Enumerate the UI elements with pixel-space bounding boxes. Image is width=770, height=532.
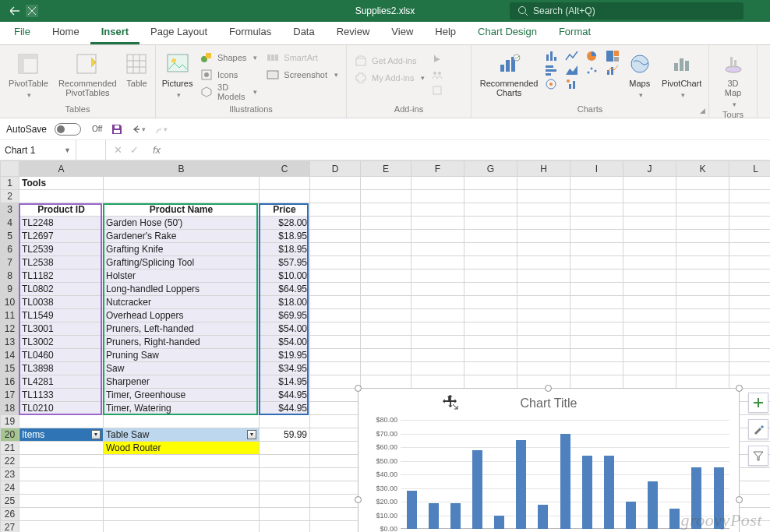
screenshot-button[interactable]: Screenshot▾ bbox=[263, 67, 341, 83]
recommended-charts-button[interactable]: Recommended Charts bbox=[476, 50, 542, 97]
cell[interactable] bbox=[729, 270, 771, 283]
cell[interactable] bbox=[310, 349, 361, 362]
cell[interactable] bbox=[676, 296, 729, 309]
pivotchart-button[interactable]: PivotChart▾ bbox=[659, 50, 704, 100]
row-header[interactable]: 4 bbox=[1, 217, 19, 230]
cell[interactable] bbox=[104, 521, 260, 533]
col-header[interactable]: B bbox=[104, 161, 260, 177]
cell[interactable] bbox=[517, 375, 570, 389]
maps-button[interactable]: Maps▾ bbox=[623, 50, 656, 100]
cell[interactable] bbox=[19, 508, 104, 521]
cell[interactable] bbox=[729, 322, 771, 336]
cell[interactable] bbox=[676, 203, 729, 217]
cell[interactable] bbox=[676, 256, 729, 270]
cell[interactable]: Pruning Saw bbox=[104, 349, 260, 362]
cell[interactable] bbox=[310, 455, 361, 468]
cell[interactable] bbox=[570, 362, 623, 375]
cell[interactable] bbox=[464, 375, 517, 389]
chart-bar[interactable] bbox=[626, 502, 636, 529]
cell[interactable] bbox=[260, 455, 310, 468]
icons-button[interactable]: Icons bbox=[197, 67, 260, 83]
row-header[interactable]: 5 bbox=[1, 230, 19, 243]
cell[interactable] bbox=[729, 283, 771, 296]
cell[interactable] bbox=[19, 495, 104, 508]
cell[interactable] bbox=[570, 270, 623, 283]
cell[interactable] bbox=[19, 190, 104, 203]
cell[interactable]: Table Saw▾ bbox=[104, 428, 260, 442]
cell[interactable] bbox=[623, 322, 676, 336]
cell[interactable] bbox=[310, 415, 361, 428]
bar-chart-icon[interactable] bbox=[545, 64, 559, 76]
cell[interactable] bbox=[361, 309, 411, 322]
chart-bar[interactable] bbox=[494, 516, 504, 530]
cell[interactable] bbox=[310, 309, 361, 322]
cell[interactable]: TL1182 bbox=[19, 270, 104, 283]
cell[interactable] bbox=[464, 283, 517, 296]
save-icon[interactable] bbox=[110, 122, 124, 136]
cell[interactable] bbox=[361, 349, 411, 362]
cell[interactable]: $54.00 bbox=[260, 336, 310, 349]
cell[interactable] bbox=[361, 362, 411, 375]
chart-styles-button[interactable] bbox=[748, 419, 768, 439]
cell[interactable]: $28.00 bbox=[260, 217, 310, 230]
col-header[interactable]: A bbox=[19, 161, 104, 177]
cell[interactable] bbox=[310, 322, 361, 336]
resize-handle[interactable] bbox=[545, 385, 552, 392]
cell[interactable] bbox=[260, 521, 310, 533]
row-header[interactable]: 18 bbox=[1, 402, 19, 415]
tab-home[interactable]: Home bbox=[41, 21, 90, 44]
cell[interactable] bbox=[411, 309, 464, 322]
cell[interactable] bbox=[517, 177, 570, 190]
col-header[interactable]: D bbox=[310, 161, 361, 177]
cell[interactable] bbox=[570, 217, 623, 230]
cell[interactable] bbox=[623, 190, 676, 203]
cell[interactable]: $10.00 bbox=[260, 270, 310, 283]
treemap-chart-icon[interactable] bbox=[606, 50, 620, 62]
cell[interactable] bbox=[104, 190, 260, 203]
chart-bar[interactable] bbox=[538, 505, 548, 530]
cell[interactable] bbox=[19, 481, 104, 495]
cell[interactable] bbox=[464, 362, 517, 375]
row-header[interactable]: 21 bbox=[1, 442, 19, 455]
cell[interactable] bbox=[361, 336, 411, 349]
tab-file[interactable]: File bbox=[3, 21, 41, 44]
row-header[interactable]: 22 bbox=[1, 455, 19, 468]
cell[interactable] bbox=[310, 362, 361, 375]
cell[interactable] bbox=[623, 256, 676, 270]
cell[interactable]: TL2697 bbox=[19, 230, 104, 243]
cell[interactable]: Sharpener bbox=[104, 375, 260, 389]
cell[interactable]: 59.99 bbox=[260, 428, 310, 442]
tab-format[interactable]: Format bbox=[548, 21, 602, 44]
cell[interactable] bbox=[411, 322, 464, 336]
cell[interactable] bbox=[517, 217, 570, 230]
cell[interactable] bbox=[310, 389, 361, 402]
col-header[interactable]: J bbox=[623, 161, 676, 177]
cell[interactable] bbox=[676, 230, 729, 243]
cell[interactable]: TL0210 bbox=[19, 402, 104, 415]
cell[interactable] bbox=[570, 243, 623, 256]
cell[interactable] bbox=[104, 455, 260, 468]
get-addins-button[interactable]: Get Add-ins bbox=[351, 53, 428, 69]
cell[interactable] bbox=[19, 455, 104, 468]
people-icon[interactable] bbox=[431, 69, 443, 81]
visio-icon[interactable] bbox=[431, 84, 443, 97]
cell[interactable] bbox=[104, 468, 260, 481]
cell[interactable]: TL4281 bbox=[19, 375, 104, 389]
cell[interactable] bbox=[310, 508, 361, 521]
cell[interactable] bbox=[104, 481, 260, 495]
cell[interactable]: TL3001 bbox=[19, 322, 104, 336]
cell[interactable] bbox=[361, 256, 411, 270]
cell[interactable] bbox=[464, 243, 517, 256]
cell[interactable]: Items▾ bbox=[19, 428, 104, 442]
col-header[interactable]: H bbox=[517, 161, 570, 177]
cell[interactable] bbox=[464, 203, 517, 217]
back-icon[interactable] bbox=[8, 4, 22, 18]
cell[interactable] bbox=[310, 203, 361, 217]
cell[interactable] bbox=[623, 336, 676, 349]
autosave-toggle[interactable] bbox=[55, 123, 81, 136]
chart-bar[interactable] bbox=[429, 503, 439, 529]
cell[interactable] bbox=[361, 243, 411, 256]
tab-view[interactable]: View bbox=[380, 21, 424, 44]
cell[interactable] bbox=[411, 270, 464, 283]
cell[interactable] bbox=[310, 495, 361, 508]
